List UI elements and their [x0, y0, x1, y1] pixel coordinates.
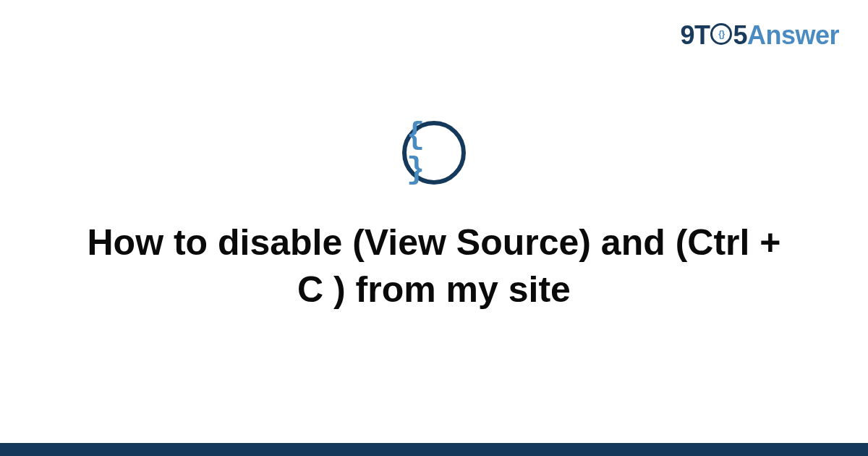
page-title: How to disable (View Source) and (Ctrl +… [72, 219, 796, 313]
curly-braces-icon: { } [407, 118, 461, 187]
main-content: { } How to disable (View Source) and (Ct… [0, 0, 868, 456]
category-icon-circle: { } [402, 121, 466, 185]
footer-bar [0, 443, 868, 456]
